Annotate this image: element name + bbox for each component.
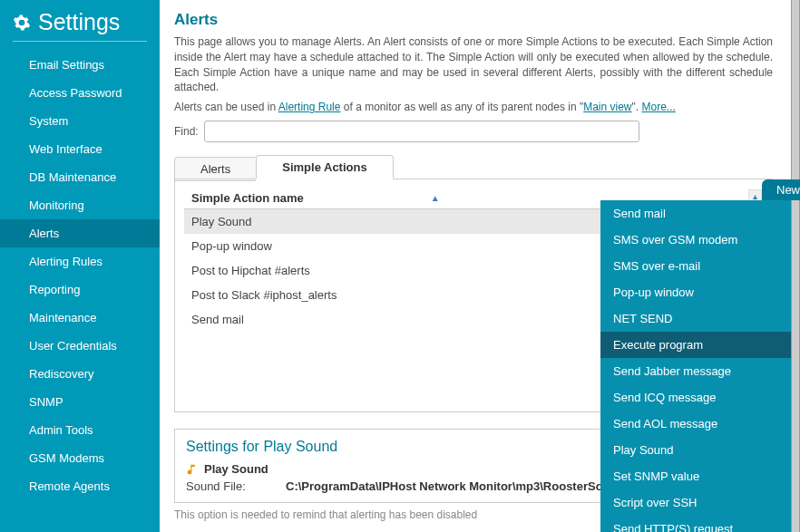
sidebar-item-rediscovery[interactable]: Rediscovery (0, 360, 160, 388)
soundfile-label: Sound File: (186, 479, 286, 493)
sidebar-item-gsm-modems[interactable]: GSM Modems (0, 444, 160, 472)
dropdown-item-execute-program[interactable]: Execute program (600, 332, 791, 358)
sidebar-item-db-maintenance[interactable]: DB Maintenance (0, 163, 160, 191)
dropdown-item-jabber[interactable]: Send Jabber message (600, 358, 791, 384)
new-button-label: New (776, 183, 800, 197)
music-note-icon (186, 463, 199, 476)
main-view-link[interactable]: Main view (583, 101, 631, 113)
dropdown-item-netsend[interactable]: NET SEND (600, 305, 791, 332)
sidebar-item-system[interactable]: System (0, 107, 160, 135)
sidebar-item-monitoring[interactable]: Monitoring (0, 191, 160, 219)
dropdown-item-popup[interactable]: Pop-up window (600, 279, 791, 305)
dropdown-item-sms-email[interactable]: SMS over e-mail (600, 253, 791, 279)
soundfile-value: C:\ProgramData\IPHost Network Monitor\mp… (286, 479, 652, 493)
dropdown-item-play-sound[interactable]: Play Sound (600, 437, 791, 463)
sidebar-item-email-settings[interactable]: Email Settings (0, 51, 160, 79)
page-description: This page allows you to manage Alerts. A… (174, 34, 773, 95)
sidebar-item-snmp[interactable]: SNMP (0, 388, 160, 416)
sidebar-item-alerting-rules[interactable]: Alerting Rules (0, 247, 160, 276)
sidebar-item-reporting[interactable]: Reporting (0, 276, 160, 304)
dropdown-item-send-mail[interactable]: Send mail (600, 200, 791, 227)
sidebar-item-admin-tools[interactable]: Admin Tools (0, 416, 160, 444)
column-header-name: Simple Action name (191, 191, 304, 205)
dropdown-item-snmp[interactable]: Set SNMP value (600, 463, 791, 489)
tab-simple-actions[interactable]: Simple Actions (256, 155, 393, 179)
dropdown-item-http[interactable]: Send HTTP(S) request (600, 516, 791, 532)
page-title: Alerts (174, 11, 773, 29)
find-row: Find: (174, 121, 773, 142)
new-dropdown: Send mail SMS over GSM modem SMS over e-… (600, 200, 791, 532)
sidebar: Settings Email Settings Access Password … (0, 0, 160, 532)
tabs: Alerts Simple Actions (174, 155, 773, 179)
new-button[interactable]: New ▼ (762, 179, 800, 200)
page-description-2: Alerts can be used in Alerting Rule of a… (174, 101, 773, 113)
play-sound-label: Play Sound (204, 462, 268, 476)
sidebar-item-web-interface[interactable]: Web Interface (0, 135, 160, 163)
dropdown-item-ssh[interactable]: Script over SSH (600, 489, 791, 516)
find-input[interactable] (204, 121, 639, 142)
tab-alerts[interactable]: Alerts (174, 157, 256, 181)
dropdown-item-sms-gsm[interactable]: SMS over GSM modem (600, 227, 791, 253)
sort-asc-icon: ▲ (431, 193, 440, 203)
right-border (791, 0, 800, 532)
more-link[interactable]: More... (641, 101, 675, 113)
sidebar-item-user-credentials[interactable]: User Credentials (0, 332, 160, 360)
sidebar-item-access-password[interactable]: Access Password (0, 79, 160, 107)
sidebar-header: Settings (0, 5, 160, 41)
sidebar-title: Settings (38, 9, 120, 35)
sidebar-item-alerts[interactable]: Alerts (0, 219, 160, 247)
sidebar-item-remote-agents[interactable]: Remote Agents (0, 472, 160, 500)
gear-icon (13, 14, 31, 32)
alerting-rule-link[interactable]: Alerting Rule (278, 101, 341, 113)
find-label: Find: (174, 125, 199, 138)
dropdown-item-icq[interactable]: Send ICQ message (600, 384, 791, 411)
dropdown-item-aol[interactable]: Send AOL message (600, 411, 791, 437)
main: Alerts This page allows you to manage Al… (160, 0, 791, 532)
sidebar-divider (13, 41, 147, 42)
sidebar-item-maintenance[interactable]: Maintenance (0, 304, 160, 332)
